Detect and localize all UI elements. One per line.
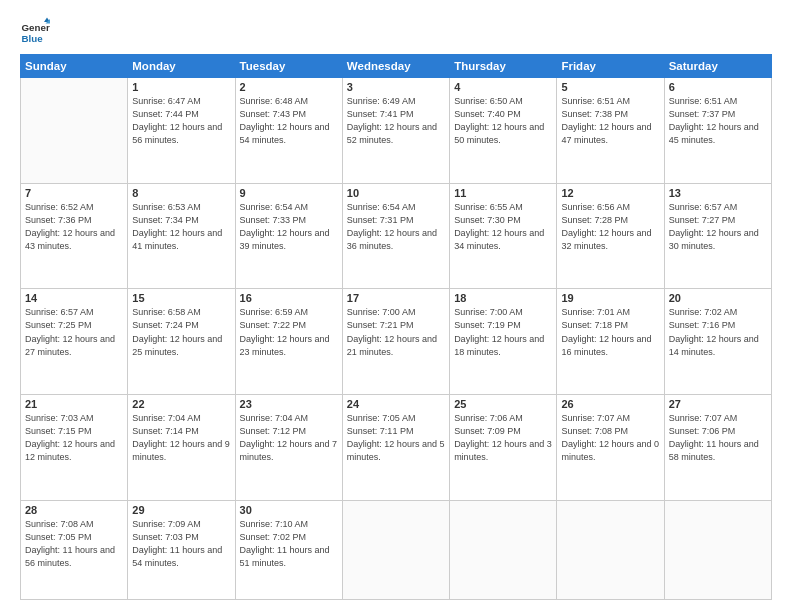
day-number: 24 [347,398,445,410]
cell-info: Sunrise: 6:51 AMSunset: 7:37 PMDaylight:… [669,95,767,147]
calendar-cell [664,500,771,599]
calendar-cell: 5Sunrise: 6:51 AMSunset: 7:38 PMDaylight… [557,78,664,184]
calendar-cell: 8Sunrise: 6:53 AMSunset: 7:34 PMDaylight… [128,183,235,289]
cell-info: Sunrise: 7:00 AMSunset: 7:21 PMDaylight:… [347,306,445,358]
day-number: 29 [132,504,230,516]
day-number: 20 [669,292,767,304]
cell-info: Sunrise: 7:07 AMSunset: 7:08 PMDaylight:… [561,412,659,464]
day-number: 8 [132,187,230,199]
day-number: 10 [347,187,445,199]
weekday-header: Friday [557,55,664,78]
day-number: 30 [240,504,338,516]
weekday-header: Sunday [21,55,128,78]
calendar-cell: 10Sunrise: 6:54 AMSunset: 7:31 PMDayligh… [342,183,449,289]
day-number: 1 [132,81,230,93]
calendar-container: General Blue SundayMondayTuesdayWednesda… [0,0,792,612]
day-number: 27 [669,398,767,410]
day-number: 6 [669,81,767,93]
cell-info: Sunrise: 6:48 AMSunset: 7:43 PMDaylight:… [240,95,338,147]
calendar-week-row: 7Sunrise: 6:52 AMSunset: 7:36 PMDaylight… [21,183,772,289]
weekday-header: Monday [128,55,235,78]
cell-info: Sunrise: 7:06 AMSunset: 7:09 PMDaylight:… [454,412,552,464]
cell-info: Sunrise: 7:09 AMSunset: 7:03 PMDaylight:… [132,518,230,570]
day-number: 3 [347,81,445,93]
cell-info: Sunrise: 6:53 AMSunset: 7:34 PMDaylight:… [132,201,230,253]
day-number: 28 [25,504,123,516]
calendar-cell: 4Sunrise: 6:50 AMSunset: 7:40 PMDaylight… [450,78,557,184]
calendar-cell: 30Sunrise: 7:10 AMSunset: 7:02 PMDayligh… [235,500,342,599]
day-number: 5 [561,81,659,93]
cell-info: Sunrise: 7:05 AMSunset: 7:11 PMDaylight:… [347,412,445,464]
calendar-cell [342,500,449,599]
calendar-cell: 18Sunrise: 7:00 AMSunset: 7:19 PMDayligh… [450,289,557,395]
day-number: 16 [240,292,338,304]
calendar-week-row: 14Sunrise: 6:57 AMSunset: 7:25 PMDayligh… [21,289,772,395]
cell-info: Sunrise: 6:52 AMSunset: 7:36 PMDaylight:… [25,201,123,253]
cell-info: Sunrise: 6:59 AMSunset: 7:22 PMDaylight:… [240,306,338,358]
day-number: 14 [25,292,123,304]
cell-info: Sunrise: 7:01 AMSunset: 7:18 PMDaylight:… [561,306,659,358]
cell-info: Sunrise: 6:57 AMSunset: 7:27 PMDaylight:… [669,201,767,253]
day-number: 22 [132,398,230,410]
cell-info: Sunrise: 7:08 AMSunset: 7:05 PMDaylight:… [25,518,123,570]
day-number: 15 [132,292,230,304]
calendar-cell: 14Sunrise: 6:57 AMSunset: 7:25 PMDayligh… [21,289,128,395]
cell-info: Sunrise: 7:04 AMSunset: 7:12 PMDaylight:… [240,412,338,464]
cell-info: Sunrise: 6:54 AMSunset: 7:33 PMDaylight:… [240,201,338,253]
day-number: 13 [669,187,767,199]
day-number: 25 [454,398,552,410]
day-number: 7 [25,187,123,199]
calendar-cell [450,500,557,599]
calendar-week-row: 21Sunrise: 7:03 AMSunset: 7:15 PMDayligh… [21,395,772,501]
cell-info: Sunrise: 6:55 AMSunset: 7:30 PMDaylight:… [454,201,552,253]
weekday-header: Tuesday [235,55,342,78]
calendar-cell: 24Sunrise: 7:05 AMSunset: 7:11 PMDayligh… [342,395,449,501]
cell-info: Sunrise: 6:56 AMSunset: 7:28 PMDaylight:… [561,201,659,253]
cell-info: Sunrise: 7:03 AMSunset: 7:15 PMDaylight:… [25,412,123,464]
weekday-header: Saturday [664,55,771,78]
day-number: 17 [347,292,445,304]
weekday-header: Thursday [450,55,557,78]
logo-icon: General Blue [20,16,50,46]
calendar-cell: 28Sunrise: 7:08 AMSunset: 7:05 PMDayligh… [21,500,128,599]
calendar-cell: 13Sunrise: 6:57 AMSunset: 7:27 PMDayligh… [664,183,771,289]
svg-text:General: General [22,22,51,33]
cell-info: Sunrise: 7:04 AMSunset: 7:14 PMDaylight:… [132,412,230,464]
calendar-cell: 9Sunrise: 6:54 AMSunset: 7:33 PMDaylight… [235,183,342,289]
weekday-header: Wednesday [342,55,449,78]
logo: General Blue [20,16,50,46]
cell-info: Sunrise: 7:02 AMSunset: 7:16 PMDaylight:… [669,306,767,358]
calendar-cell: 19Sunrise: 7:01 AMSunset: 7:18 PMDayligh… [557,289,664,395]
calendar-cell: 6Sunrise: 6:51 AMSunset: 7:37 PMDaylight… [664,78,771,184]
calendar-week-row: 1Sunrise: 6:47 AMSunset: 7:44 PMDaylight… [21,78,772,184]
calendar-cell: 7Sunrise: 6:52 AMSunset: 7:36 PMDaylight… [21,183,128,289]
calendar-cell: 22Sunrise: 7:04 AMSunset: 7:14 PMDayligh… [128,395,235,501]
cell-info: Sunrise: 6:57 AMSunset: 7:25 PMDaylight:… [25,306,123,358]
day-number: 2 [240,81,338,93]
day-number: 9 [240,187,338,199]
calendar-cell [557,500,664,599]
calendar-cell: 29Sunrise: 7:09 AMSunset: 7:03 PMDayligh… [128,500,235,599]
cell-info: Sunrise: 6:49 AMSunset: 7:41 PMDaylight:… [347,95,445,147]
svg-text:Blue: Blue [22,33,44,44]
calendar-cell: 25Sunrise: 7:06 AMSunset: 7:09 PMDayligh… [450,395,557,501]
day-number: 19 [561,292,659,304]
cell-info: Sunrise: 7:00 AMSunset: 7:19 PMDaylight:… [454,306,552,358]
cell-info: Sunrise: 6:54 AMSunset: 7:31 PMDaylight:… [347,201,445,253]
calendar-cell [21,78,128,184]
cell-info: Sunrise: 6:50 AMSunset: 7:40 PMDaylight:… [454,95,552,147]
calendar-cell: 17Sunrise: 7:00 AMSunset: 7:21 PMDayligh… [342,289,449,395]
calendar-cell: 11Sunrise: 6:55 AMSunset: 7:30 PMDayligh… [450,183,557,289]
calendar-cell: 23Sunrise: 7:04 AMSunset: 7:12 PMDayligh… [235,395,342,501]
calendar-cell: 1Sunrise: 6:47 AMSunset: 7:44 PMDaylight… [128,78,235,184]
cell-info: Sunrise: 6:58 AMSunset: 7:24 PMDaylight:… [132,306,230,358]
cell-info: Sunrise: 7:07 AMSunset: 7:06 PMDaylight:… [669,412,767,464]
day-number: 11 [454,187,552,199]
cell-info: Sunrise: 6:51 AMSunset: 7:38 PMDaylight:… [561,95,659,147]
header: General Blue [20,16,772,46]
day-number: 12 [561,187,659,199]
calendar-cell: 15Sunrise: 6:58 AMSunset: 7:24 PMDayligh… [128,289,235,395]
day-number: 18 [454,292,552,304]
weekday-header-row: SundayMondayTuesdayWednesdayThursdayFrid… [21,55,772,78]
calendar-table: SundayMondayTuesdayWednesdayThursdayFrid… [20,54,772,600]
